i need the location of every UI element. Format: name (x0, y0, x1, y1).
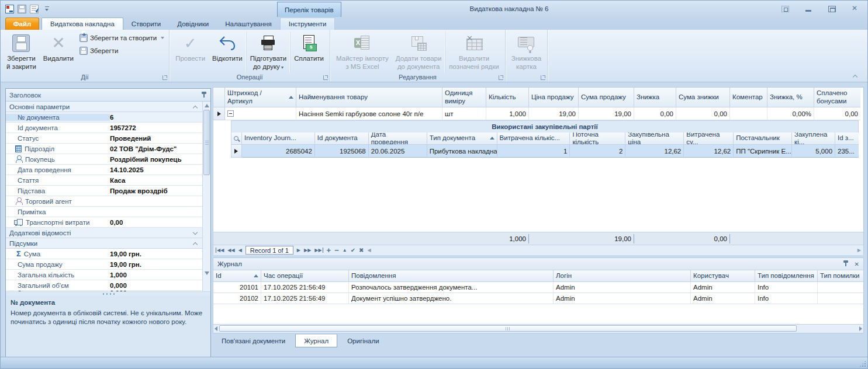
col-batch-id[interactable]: Id з... (835, 133, 859, 145)
col-spent-sum[interactable]: Витрачена су... (684, 133, 734, 145)
section-totals[interactable]: Підсумки (6, 238, 202, 249)
col-purchase-price[interactable]: Закупівельна ціна (625, 133, 684, 145)
export-document-icon[interactable] (5, 5, 14, 13)
batch-row[interactable]: 2685042 1925068 20.06.2025 Прибуткова на… (231, 145, 859, 158)
prop-row-post-date[interactable]: Дата проведення 14.10.2025 (6, 165, 202, 175)
col-purchased-qty[interactable]: Закуплена кі... (792, 133, 835, 145)
tab-file[interactable]: Файл (5, 18, 39, 30)
discount-card-button[interactable]: Знижкова картка (508, 32, 545, 73)
col-sale-sum[interactable]: Сума продажу (579, 88, 634, 107)
prop-row-total-volume[interactable]: Загальний об'єм 0,000 (6, 280, 202, 291)
close-icon[interactable] (855, 260, 859, 267)
item-row[interactable]: Насіння Semki гарбузове солоне 40г п/е ш… (213, 107, 863, 120)
col-batch-doc-id[interactable]: Id документа (315, 133, 369, 145)
nav-next-icon[interactable] (297, 248, 300, 253)
col-spent-qty[interactable]: Витрачена кількіс... (497, 133, 570, 145)
collapse-ribbon-icon[interactable] (853, 75, 858, 78)
prepare-print-button[interactable]: Підготувати до друку (246, 32, 291, 73)
col-discount-pct[interactable]: Знижка, % (767, 88, 814, 107)
hscroll-thumb[interactable] (219, 325, 797, 332)
prop-row-doc-number[interactable]: № документа 6 (6, 112, 202, 123)
col-quantity[interactable]: Кількість (486, 88, 529, 107)
maximize-button[interactable] (828, 6, 836, 12)
section-additional-info[interactable]: Додаткові відомості (6, 228, 202, 238)
prop-row-basis[interactable]: Підстава Продаж вроздріб (6, 186, 202, 196)
jcol-id[interactable]: Id (213, 270, 261, 282)
nav-cancel-icon[interactable] (359, 247, 364, 253)
col-sale-price[interactable]: Ціна продажу (529, 88, 579, 107)
jcol-message[interactable]: Повідомлення (349, 270, 554, 282)
prop-row-transport-costs[interactable]: Транспортні витрати 0,00 (6, 217, 202, 228)
prop-row-buyer[interactable]: Покупець Роздрібний покупець (6, 154, 202, 165)
scroll-down-icon[interactable] (205, 271, 209, 275)
nav-prev-page-icon[interactable] (227, 248, 234, 253)
tab-instrumenty[interactable]: Інструменти (280, 18, 336, 30)
nav-next-page-icon[interactable] (304, 248, 311, 253)
search-header-cell[interactable] (231, 133, 242, 145)
prop-row-sum[interactable]: Сума 19,00 грн. (6, 249, 202, 259)
prop-row-note[interactable]: Примітка (6, 207, 202, 217)
save-icon[interactable] (18, 5, 26, 13)
col-discount-sum[interactable]: Сума знижки (676, 88, 730, 107)
collapse-detail-icon[interactable] (227, 110, 234, 117)
prop-row-sales-agent[interactable]: Торговий агент (6, 196, 202, 207)
jcol-user[interactable]: Користувач (691, 270, 755, 282)
jcol-error-type[interactable]: Тип помилки (818, 270, 863, 282)
save-close-button[interactable]: Зберегти й закрити (3, 32, 40, 73)
tab-dovidnyky[interactable]: Довідники (169, 18, 217, 30)
col-discount[interactable]: Знижка (634, 88, 676, 107)
nav-edit-icon[interactable] (343, 248, 347, 253)
dialog-launcher-icon[interactable] (162, 75, 167, 80)
tab-vydatkova-nakladna[interactable]: Видаткова накладна (42, 18, 123, 30)
nav-confirm-icon[interactable] (351, 247, 355, 253)
hscroll-left-icon[interactable] (368, 248, 371, 253)
nav-delete-icon[interactable] (334, 246, 339, 255)
hscroll-right-icon[interactable] (857, 248, 861, 253)
prop-row-division[interactable]: Підрозділ 02 ТОВ "Дрім-Фудс" (6, 144, 202, 154)
nav-add-icon[interactable] (327, 246, 331, 255)
close-button[interactable] (852, 6, 859, 12)
journal-row[interactable]: 20102 17.10.2025 21:56:49 Документ успіш… (213, 293, 863, 304)
excel-import-button[interactable]: Майстер імпорту з MS Excel (333, 32, 392, 73)
prop-row-doc-id[interactable]: Id документа 1957272 (6, 123, 202, 133)
pin-icon[interactable] (843, 260, 849, 267)
resize-grip-icon[interactable] (859, 360, 866, 367)
nav-first-icon[interactable] (216, 248, 224, 253)
rollback-button[interactable]: Відкотити (209, 32, 246, 73)
properties-scrollbar[interactable] (202, 102, 210, 291)
jcol-msg-type[interactable]: Тип повідомлення (755, 270, 818, 282)
dialog-launcher-icon[interactable] (323, 75, 328, 80)
prop-row-article[interactable]: Стаття Каса (6, 175, 202, 186)
col-comment[interactable]: Коментар (730, 88, 767, 107)
dialog-launcher-icon[interactable] (541, 75, 545, 80)
col-paid-bonuses[interactable]: Сплачено бонусами (814, 88, 860, 107)
prop-row-clipped[interactable]: З... 0,000 (6, 291, 202, 291)
nav-last-icon[interactable] (314, 248, 323, 253)
jcol-login[interactable]: Логін (554, 270, 691, 282)
col-product-name[interactable]: Найменування товару (296, 88, 442, 107)
journal-hscrollbar[interactable] (213, 324, 863, 333)
prop-row-sum-sale[interactable]: Сума продажу 19,00 грн. (6, 259, 202, 270)
col-batch-doc-type[interactable]: Тип документа (427, 133, 497, 145)
qat-dropdown-icon[interactable] (44, 6, 50, 12)
save-button[interactable]: Зберегти (79, 47, 164, 55)
tab-related-documents[interactable]: Пов'язані документи (213, 334, 294, 347)
prop-row-total-qty[interactable]: Загальна кількість 1,000 (6, 270, 202, 280)
prop-row-status[interactable]: Статус Проведений (6, 133, 202, 144)
chevron-down-icon[interactable] (161, 37, 164, 39)
tab-journal[interactable]: Журнал (295, 334, 337, 347)
tab-stvoryty[interactable]: Створити (123, 18, 169, 30)
nav-prev-icon[interactable] (238, 248, 242, 253)
col-unit[interactable]: Одиниця виміру (442, 88, 486, 107)
col-barcode[interactable]: Штрихкод / Артикул (225, 88, 296, 107)
add-goods-button[interactable]: Додати товари до документа (392, 32, 445, 73)
col-current-qty[interactable]: Поточна кількість (570, 133, 625, 145)
edit-document-icon[interactable] (30, 5, 39, 13)
tab-nalashtuvannya[interactable]: Налаштування (217, 18, 279, 30)
splitter-handle[interactable] (6, 291, 210, 295)
pin-icon[interactable] (201, 92, 207, 99)
fullscreen-button[interactable] (781, 6, 789, 12)
col-batch-date[interactable]: Дата проведення (369, 133, 427, 145)
delete-marked-rows-button[interactable]: Видалити позначені рядки (445, 32, 502, 73)
col-inventory-journal[interactable]: Inventory Journ... (242, 133, 315, 145)
